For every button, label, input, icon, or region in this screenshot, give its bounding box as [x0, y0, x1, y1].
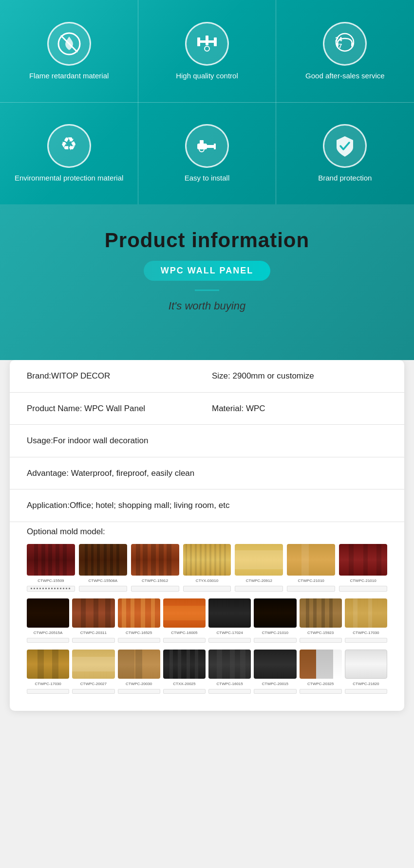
product-code: CTWPC-20027	[80, 682, 107, 686]
svg-point-6	[205, 46, 209, 51]
feature-quality: High quality control	[166, 12, 248, 90]
product-code: CTWPC-20030	[126, 682, 152, 686]
flame-icon	[47, 22, 91, 66]
product-CTWPC-21010-mahogany: CTWPC-21010	[339, 544, 387, 592]
top-banner: Flame retardant material High quality co…	[0, 0, 414, 204]
product-code: CTWPC-15912	[142, 579, 168, 583]
feature-service-label: Good after-sales service	[305, 71, 385, 81]
product-CTWPC-15923: CTWPC-15923	[300, 598, 342, 643]
product-CTWPC-15912: CTWPC-15912	[131, 544, 179, 592]
recycle-icon: ♻	[47, 124, 91, 168]
feature-flame: Flame retardant material	[19, 12, 118, 90]
product-code: CTWPC-15508A	[88, 579, 117, 583]
info-card: Brand:WITOP DECOR Size: 2900mm or custom…	[10, 360, 404, 711]
caliper-icon	[185, 22, 229, 66]
product-CTWPC-21010-cream: CTWPC-21010	[287, 544, 335, 592]
feature-service: 24 7 Good after-sales service	[296, 12, 395, 90]
svg-rect-5	[206, 36, 208, 45]
info-row-application: Application:Office; hotel; shopping mall…	[10, 489, 404, 522]
product-CTWPC-20311: CTWPC-20311	[72, 598, 114, 643]
usage-label: Usage:For indoor wall decoration	[27, 434, 387, 447]
teal-divider	[195, 289, 219, 291]
product-code: CTWPC-15923	[307, 631, 334, 635]
feature-eco-label: Environmental protection material	[15, 173, 123, 183]
product-CTWPC-20515A: CTWPC-20515A	[27, 598, 69, 643]
product-CTYX-03010: CTYX-03010	[183, 544, 231, 592]
svg-point-16	[199, 147, 204, 152]
product-code: CTWPC-16525	[126, 631, 152, 635]
svg-rect-17	[200, 140, 204, 144]
product-code: CTWPC-20311	[80, 631, 107, 635]
feature-install-label: Easy to install	[185, 173, 230, 183]
product-CTWPC-16525: CTWPC-16525	[118, 598, 160, 643]
svg-text:♻: ♻	[60, 134, 77, 154]
product-row-3: CTWPC-17030 CTWPC-20027 CTWPC-20030	[27, 650, 387, 694]
product-CTWPC-20027: CTWPC-20027	[72, 650, 114, 694]
product-code: CTWPC-16015	[217, 682, 243, 686]
product-badge: WPC WALL PANEL	[144, 261, 270, 281]
product-code: CTWPC-21010	[262, 631, 288, 635]
product-row-2: CTWPC-20515A CTWPC-20311	[27, 598, 387, 643]
product-code: CTWPC-15509	[38, 579, 64, 583]
svg-rect-14	[206, 145, 215, 148]
feature-eco: ♻ Environmental protection material	[5, 114, 133, 193]
feature-flame-label: Flame retardant material	[29, 71, 109, 81]
application-label: Application:Office; hotel; shopping mall…	[27, 499, 387, 512]
product-code: CTWPC-20515A	[34, 631, 63, 635]
product-row-1: CTWPC-15509 CTWPC-15508A	[27, 544, 387, 592]
info-row-usage: Usage:For indoor wall decoration	[10, 425, 404, 457]
product-code: CTWPC-21010	[350, 579, 376, 583]
svg-rect-11	[351, 43, 354, 47]
product-code: CTWPC-20015	[262, 682, 288, 686]
info-row-brand: Brand:WITOP DECOR Size: 2900mm or custom…	[10, 360, 404, 393]
svg-rect-2	[197, 40, 217, 43]
optional-label: Optional mold model:	[27, 527, 387, 537]
product-CTWPC-17030-b: CTWPC-17030	[27, 650, 69, 694]
product-code: CTWPC-17030	[35, 682, 61, 686]
info-row-product: Product Name: WPC Wall Panel Material: W…	[10, 393, 404, 425]
product-code: CTYX-03010	[196, 579, 218, 583]
product-code: CTXX-20025	[173, 682, 195, 686]
product-CTWPC-17024: CTWPC-17024	[208, 598, 251, 643]
product-CTWPC-16015: CTWPC-16015	[208, 650, 251, 694]
headset-icon: 24 7	[323, 22, 367, 66]
feature-brand-label: Brand protection	[318, 173, 372, 183]
product-code: CTWPC-17024	[217, 631, 243, 635]
product-code: CTWPC-17030	[353, 631, 379, 635]
feature-install: Easy to install	[175, 114, 240, 193]
product-CTWPC-17030: CTWPC-17030	[345, 598, 387, 643]
product-CTWPC-15508A: CTWPC-15508A	[79, 544, 127, 592]
feature-quality-label: High quality control	[176, 71, 238, 81]
product-CTWPC-16005: CTWPC-16005	[163, 598, 206, 643]
products-section: Optional mold model: CTWPC-15509	[10, 522, 404, 711]
advantage-label: Advantage: Waterproof, fireproof, easily…	[27, 467, 387, 480]
feature-brand: Brand protection	[308, 114, 381, 193]
section-title: Product information	[105, 229, 309, 252]
size-label: Size: 2900mm or customize	[212, 370, 387, 382]
info-row-advantage: Advantage: Waterproof, fireproof, easily…	[10, 457, 404, 490]
product-CTWPC-20030: CTWPC-20030	[118, 650, 160, 694]
product-name-label: Product Name: WPC Wall Panel	[27, 402, 202, 415]
subtitle: It's worth buying	[169, 300, 245, 312]
svg-rect-15	[214, 144, 216, 149]
product-code: CTWPC-21620	[353, 682, 379, 686]
product-CTWPC-20912: CTWPC-20912	[235, 544, 283, 592]
product-CTWPC-15509: CTWPC-15509	[27, 544, 75, 592]
product-code: CTWPC-20325	[307, 682, 334, 686]
material-label: Material: WPC	[212, 402, 387, 415]
svg-rect-10	[336, 43, 339, 47]
product-info-section: Product information WPC WALL PANEL It's …	[0, 204, 414, 360]
product-code: CTWPC-20912	[246, 579, 272, 583]
product-CTWPC-20015: CTWPC-20015	[254, 650, 296, 694]
shield-check-icon	[323, 124, 367, 168]
product-CTXX-20025: CTXX-20025	[163, 650, 206, 694]
product-CTWPC-20325: CTWPC-20325	[300, 650, 342, 694]
product-CTWPC-21620: CTWPC-21620	[345, 650, 387, 694]
svg-rect-4	[214, 37, 217, 46]
svg-rect-13	[197, 144, 207, 149]
product-CTWPC-21010-dark: CTWPC-21010	[254, 598, 296, 643]
product-code: CTWPC-16005	[171, 631, 197, 635]
svg-rect-3	[197, 37, 200, 46]
drill-icon	[185, 124, 229, 168]
product-code: CTWPC-21010	[298, 579, 324, 583]
